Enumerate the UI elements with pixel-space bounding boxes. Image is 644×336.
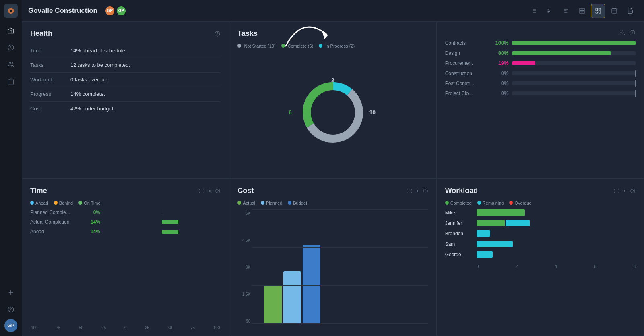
sidebar-logo[interactable] <box>4 4 18 18</box>
cost-panel-title: Cost <box>237 187 428 195</box>
health-help-icon[interactable] <box>214 31 221 37</box>
jennifer-completed <box>477 220 505 226</box>
legend-not-started: Not Started (10) <box>237 44 275 48</box>
main-content: Govalle Construction GP GP <box>22 0 644 336</box>
svg-point-21 <box>417 190 418 192</box>
george-bars <box>477 251 636 258</box>
health-row-progress: Progress 14% complete. <box>30 87 221 102</box>
health-actions <box>214 31 221 37</box>
sidebar-item-add[interactable] <box>4 285 18 300</box>
topbar-icons <box>526 4 638 18</box>
tasks-donut-chart: 2 6 10 <box>297 76 369 149</box>
tasks-legend: Not Started (10) Complete (6) In Progres… <box>237 44 428 48</box>
workload-legend-completed: Completed <box>445 201 472 205</box>
workload-legend-overdue: Overdue <box>509 201 531 205</box>
procurement-bar-track <box>512 61 636 65</box>
workload-row-jennifer: Jennifer <box>445 220 636 226</box>
tasks-bars-settings-icon[interactable] <box>619 29 626 36</box>
tasks-bars-help-icon[interactable] <box>629 29 636 36</box>
ahead-bar-fill <box>162 230 178 234</box>
time-panel: Time Ahead Behind On Time <box>22 179 229 336</box>
health-row-time: Time 14% ahead of schedule. <box>30 44 221 58</box>
workload-row-mike: Mike <box>445 209 636 216</box>
time-expand-icon[interactable] <box>199 188 204 194</box>
health-row-tasks: Tasks 12 tasks to be completed. <box>30 58 221 73</box>
svg-rect-10 <box>612 8 617 13</box>
postconstruction-bar-track <box>512 81 636 85</box>
board-view-button[interactable] <box>559 4 573 18</box>
george-remaining <box>477 251 493 258</box>
health-rows: Time 14% ahead of schedule. Tasks 12 tas… <box>30 44 221 116</box>
svg-rect-9 <box>582 11 584 13</box>
time-panel-actions <box>199 188 221 194</box>
cost-settings-icon[interactable] <box>415 188 420 194</box>
legend-in-progress: In Progress (2) <box>319 44 355 48</box>
planned-bar-center <box>162 209 162 215</box>
sidebar-item-portfolio[interactable] <box>4 74 18 89</box>
tasks-panel: Tasks Not Started (10) Complete (6) In P… <box>229 22 436 179</box>
tasks-bar-row-procurement: Procurement 19% <box>445 60 636 66</box>
tasks-bar-row-contracts: Contracts 100% <box>445 40 636 46</box>
mike-completed <box>477 209 525 216</box>
workload-row-george: George <box>445 251 636 258</box>
design-bar-fill <box>512 51 611 55</box>
calendar-view-button[interactable] <box>607 4 621 18</box>
workload-expand-icon[interactable] <box>614 188 619 194</box>
svg-point-17 <box>622 32 623 33</box>
sidebar-item-time[interactable] <box>4 40 18 55</box>
donut-label-left: 6 <box>289 109 292 116</box>
cost-bar-actual <box>264 285 282 324</box>
page-title: Govalle Construction <box>28 7 97 15</box>
grid-view-button[interactable] <box>575 4 589 18</box>
workload-panel: Workload Completed Remaining Overdue <box>437 179 644 336</box>
cost-bars-inner <box>252 209 428 330</box>
cost-legend-actual: Actual <box>237 201 255 205</box>
cost-chart-area: 6K 4.5K 3K 1.5K $0 <box>237 209 428 330</box>
gantt-view-button[interactable] <box>543 4 557 18</box>
workload-rows: Mike Jennifer Brandon <box>445 209 636 262</box>
sidebar-item-people[interactable] <box>4 57 18 72</box>
donut-label-right: 10 <box>369 109 376 116</box>
list-view-button[interactable] <box>526 4 541 18</box>
tasks-bar-row-postconstruction: Post Constr... 0% <box>445 80 636 86</box>
time-help-icon[interactable] <box>215 188 221 194</box>
health-row-workload: Workload 0 tasks overdue. <box>30 73 221 87</box>
cost-expand-icon[interactable] <box>407 188 412 194</box>
tasks-bars-panel: Contracts 100% Design 80% Procuremen <box>437 22 644 179</box>
sidebar-item-help[interactable] <box>4 302 18 317</box>
sidebar-bottom: GP <box>4 285 18 332</box>
legend-complete: Complete (6) <box>281 44 314 48</box>
procurement-bar-fill <box>512 61 535 65</box>
svg-rect-8 <box>580 11 582 13</box>
sidebar-item-home[interactable] <box>4 23 18 38</box>
actual-bar-fill <box>162 220 178 224</box>
health-row-cost: Cost 42% under budget. <box>30 102 221 116</box>
projectclose-bar-tick <box>635 90 636 97</box>
cost-legend-planned: Planned <box>261 201 282 205</box>
topbar: Govalle Construction GP GP <box>22 0 644 22</box>
projectclose-bar-track <box>512 91 636 95</box>
cost-panel-actions <box>407 188 428 194</box>
user-avatar[interactable]: GP <box>4 319 17 332</box>
workload-row-sam: Sam <box>445 241 636 247</box>
time-settings-icon[interactable] <box>207 188 213 194</box>
workload-panel-title: Workload <box>445 187 636 195</box>
avatar-2[interactable]: GP <box>116 6 126 16</box>
cost-legend: Actual Planned Budget <box>237 201 428 205</box>
workload-help-icon[interactable] <box>630 188 636 194</box>
cost-help-icon[interactable] <box>423 188 428 194</box>
workload-settings-icon[interactable] <box>622 188 627 194</box>
dashboard-view-button[interactable] <box>591 4 605 18</box>
cost-legend-budget: Budget <box>288 201 307 205</box>
sam-bars <box>477 241 636 247</box>
topbar-avatars: GP GP <box>105 6 126 16</box>
svg-rect-4 <box>8 80 14 84</box>
jennifer-bars <box>477 220 636 226</box>
avatar-1[interactable]: GP <box>105 6 115 16</box>
svg-point-23 <box>624 190 625 192</box>
contracts-bar-track <box>512 41 636 45</box>
svg-point-2 <box>9 62 11 64</box>
doc-view-button[interactable] <box>623 4 638 18</box>
dashboard: Health Time 14% ahead of schedule. Tasks… <box>22 22 644 336</box>
health-panel: Health Time 14% ahead of schedule. Tasks… <box>22 22 229 179</box>
